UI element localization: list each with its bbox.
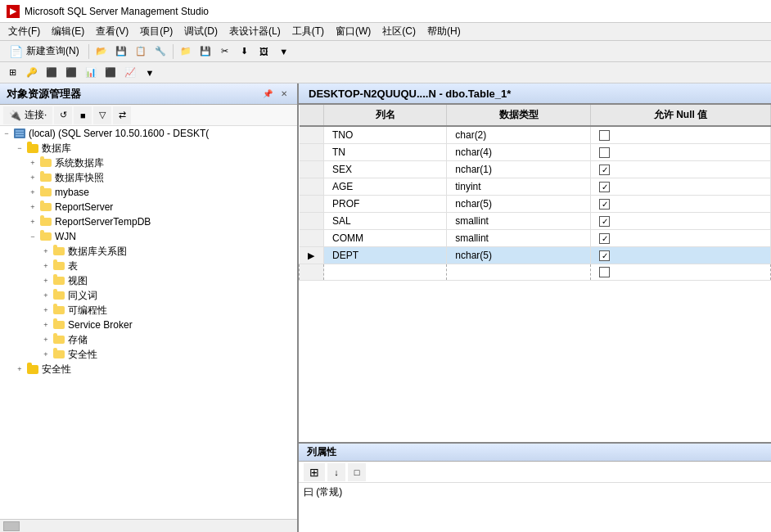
tree-sys-db[interactable]: + 系统数据库 bbox=[0, 156, 297, 170]
col-name-cell[interactable]: DEPT bbox=[324, 247, 447, 264]
rstemp-expander[interactable]: + bbox=[26, 215, 39, 228]
menu-tools[interactable]: 工具(T) bbox=[287, 23, 329, 40]
tree-programmability[interactable]: + 可编程性 bbox=[0, 303, 297, 318]
toolbar2-btn-4[interactable]: ⬛ bbox=[62, 64, 80, 82]
toolbar-btn-8[interactable]: ⬇ bbox=[236, 43, 254, 61]
null-checkbox[interactable] bbox=[599, 130, 610, 141]
toolbar2-btn-2[interactable]: 🔑 bbox=[23, 64, 41, 82]
wjn-expander[interactable]: − bbox=[26, 230, 39, 243]
col-null-cell[interactable] bbox=[591, 247, 771, 264]
null-checkbox[interactable] bbox=[599, 165, 610, 175]
col-null-cell[interactable] bbox=[591, 213, 771, 230]
sysdb-expander[interactable]: + bbox=[26, 156, 39, 169]
menu-project[interactable]: 项目(P) bbox=[135, 23, 178, 40]
col-name-cell[interactable]: SAL bbox=[324, 213, 447, 230]
menu-edit[interactable]: 编辑(E) bbox=[47, 23, 89, 40]
col-null-cell[interactable] bbox=[591, 144, 771, 161]
col-null-cell[interactable] bbox=[591, 196, 771, 213]
table-grid[interactable]: 列名 数据类型 允许 Null 值 TNOchar(2)TNnchar(4)SE… bbox=[299, 105, 771, 442]
col-name-cell[interactable]: TNO bbox=[324, 126, 447, 144]
col-type-cell[interactable] bbox=[447, 264, 591, 281]
toolbar2-more[interactable]: ▼ bbox=[141, 64, 159, 82]
storage-expander[interactable]: + bbox=[39, 333, 52, 346]
null-checkbox[interactable] bbox=[599, 267, 610, 277]
prog-expander[interactable]: + bbox=[39, 304, 52, 317]
toolbar-btn-3[interactable]: 📋 bbox=[132, 43, 150, 61]
col-null-cell[interactable] bbox=[591, 161, 771, 178]
toolbar2-btn-3[interactable]: ⬛ bbox=[43, 64, 61, 82]
menu-community[interactable]: 社区(C) bbox=[377, 23, 421, 40]
close-panel-button[interactable]: ✕ bbox=[277, 88, 291, 101]
open-file-button[interactable]: 📂 bbox=[92, 43, 110, 61]
col-null-cell[interactable] bbox=[591, 126, 771, 144]
prop-grid-btn[interactable]: ⊞ bbox=[304, 463, 325, 481]
col-null-cell[interactable] bbox=[591, 178, 771, 196]
null-checkbox[interactable] bbox=[599, 250, 610, 261]
col-name-cell[interactable]: TN bbox=[324, 144, 447, 161]
col-name-cell[interactable] bbox=[324, 264, 447, 281]
tree-reportserver[interactable]: + ReportServer bbox=[0, 200, 297, 214]
menu-help[interactable]: 帮助(H) bbox=[422, 23, 466, 40]
save-button[interactable]: 💾 bbox=[112, 43, 130, 61]
col-name-cell[interactable]: COMM bbox=[324, 230, 447, 247]
synonyms-expander[interactable]: + bbox=[39, 289, 52, 302]
server-node[interactable]: − (local) (SQL Server 10.50.1600 - DESKT… bbox=[0, 126, 297, 141]
col-type-cell[interactable]: smallint bbox=[447, 213, 591, 230]
null-checkbox[interactable] bbox=[599, 216, 610, 227]
mybase-expander[interactable]: + bbox=[26, 186, 39, 199]
databases-expander[interactable]: − bbox=[13, 142, 26, 155]
toolbar-btn-6[interactable]: 💾 bbox=[196, 43, 214, 61]
new-query-button[interactable]: 📄 新建查询(N) bbox=[3, 43, 85, 61]
col-type-cell[interactable]: char(2) bbox=[447, 126, 591, 144]
stop-button[interactable]: ■ bbox=[74, 106, 92, 124]
col-null-cell[interactable] bbox=[591, 230, 771, 247]
sec-root-expander[interactable]: + bbox=[13, 363, 26, 376]
tree-tables[interactable]: + 表 bbox=[0, 259, 297, 273]
col-name-cell[interactable]: SEX bbox=[324, 161, 447, 178]
prop-view-btn[interactable]: □ bbox=[348, 463, 366, 481]
null-checkbox[interactable] bbox=[599, 147, 610, 158]
tree-mybase[interactable]: + mybase bbox=[0, 185, 297, 200]
toolbar-btn-9[interactable]: 🖼 bbox=[255, 43, 273, 61]
toolbar-btn-4[interactable]: 🔧 bbox=[151, 43, 169, 61]
toolbar-btn-7[interactable]: ✂ bbox=[216, 43, 234, 61]
col-type-cell[interactable]: nchar(4) bbox=[447, 144, 591, 161]
tree-views[interactable]: + 视图 bbox=[0, 273, 297, 288]
refresh-button[interactable]: ↺ bbox=[54, 106, 72, 124]
tree-wjn[interactable]: − WJN bbox=[0, 229, 297, 244]
menu-file[interactable]: 文件(F) bbox=[3, 23, 45, 40]
col-type-cell[interactable]: nchar(5) bbox=[447, 247, 591, 264]
toolbar2-btn-5[interactable]: 📊 bbox=[82, 64, 100, 82]
menu-tabledesigner[interactable]: 表设计器(L) bbox=[224, 23, 286, 40]
tree-synonyms[interactable]: + 同义词 bbox=[0, 288, 297, 303]
null-checkbox[interactable] bbox=[599, 233, 610, 244]
toolbar-btn-5[interactable]: 📁 bbox=[177, 43, 195, 61]
views-expander[interactable]: + bbox=[39, 274, 52, 287]
tree-snapshots[interactable]: + 数据库快照 bbox=[0, 170, 297, 185]
tables-expander[interactable]: + bbox=[39, 259, 52, 273]
tree-security-root[interactable]: + 安全性 bbox=[0, 362, 297, 376]
horizontal-scrollbar[interactable] bbox=[0, 519, 297, 532]
col-type-cell[interactable]: tinyint bbox=[447, 178, 591, 196]
sync-button[interactable]: ⇄ bbox=[113, 106, 131, 124]
col-name-cell[interactable]: AGE bbox=[324, 178, 447, 196]
col-type-cell[interactable]: smallint bbox=[447, 230, 591, 247]
tree-db-diagrams[interactable]: + 数据库关系图 bbox=[0, 244, 297, 259]
toolbar2-btn-7[interactable]: 📈 bbox=[121, 64, 139, 82]
col-type-cell[interactable]: nchar(1) bbox=[447, 161, 591, 178]
tree-security-wjn[interactable]: + 安全性 bbox=[0, 347, 297, 362]
connect-button[interactable]: 🔌 连接· bbox=[3, 106, 52, 124]
tree-reportservertempdb[interactable]: + ReportServerTempDB bbox=[0, 214, 297, 229]
reportserver-expander[interactable]: + bbox=[26, 201, 39, 214]
tree-storage[interactable]: + 存储 bbox=[0, 332, 297, 347]
null-checkbox[interactable] bbox=[599, 182, 610, 192]
toolbar2-btn-1[interactable]: ⊞ bbox=[3, 64, 21, 82]
menu-debug[interactable]: 调试(D) bbox=[179, 23, 223, 40]
tree-databases[interactable]: − 数据库 bbox=[0, 141, 297, 156]
designer-tab[interactable]: DESKTOP-N2QUUQU....N - dbo.Table_1* bbox=[299, 83, 771, 105]
col-name-cell[interactable]: PROF bbox=[324, 196, 447, 213]
sec-wjn-expander[interactable]: + bbox=[39, 348, 52, 361]
tree-service-broker[interactable]: + Service Broker bbox=[0, 318, 297, 332]
prop-sort-btn[interactable]: ↓ bbox=[327, 463, 345, 481]
col-null-cell[interactable] bbox=[591, 264, 771, 281]
